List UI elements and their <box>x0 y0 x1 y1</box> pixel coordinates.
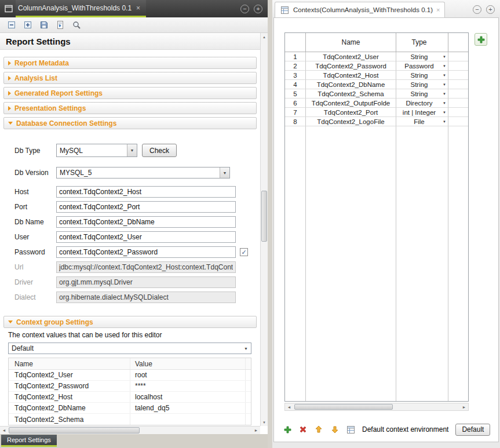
contexts-table: Name Type 1 TdqContext2_User String▼ 2 T… <box>284 32 469 402</box>
dialect-input <box>56 292 236 303</box>
dropdown-arrow-icon[interactable]: ▼ <box>443 120 446 123</box>
context-group-description: The context values that can be used for … <box>0 328 260 343</box>
section-generated-report-settings[interactable]: Generated Report Settings <box>3 87 257 99</box>
dropdown-arrow-icon[interactable]: ▼ <box>443 74 446 77</box>
empty-cell <box>245 403 251 413</box>
horizontal-scrollbar[interactable]: ◄ ► <box>284 403 469 411</box>
context-row[interactable]: 1 TdqContext2_User String▼ <box>285 52 468 61</box>
minimize-button[interactable]: − <box>473 5 481 14</box>
dropdown-arrow-icon[interactable]: ▼ <box>443 83 446 86</box>
scroll-down-icon[interactable]: ▼ <box>261 418 268 426</box>
dropdown-arrow-icon[interactable]: ▼ <box>241 343 251 354</box>
port-input[interactable] <box>56 201 236 213</box>
table-row[interactable]: TdqContext2_DbName talend_dq5 <box>9 403 251 414</box>
dbname-row: Db Name <box>14 216 260 228</box>
password-checkbox[interactable]: ✓ <box>240 248 248 256</box>
context-type-select[interactable]: String▼ <box>396 52 448 61</box>
host-input[interactable] <box>56 186 236 198</box>
db-type-select[interactable]: MySQL ▼ <box>56 144 137 157</box>
context-value-cell: localhost <box>130 392 245 402</box>
maximize-button[interactable]: + <box>486 5 495 14</box>
dropdown-arrow-icon[interactable]: ▼ <box>443 111 446 114</box>
dbname-input[interactable] <box>56 216 236 228</box>
panel-sash[interactable] <box>268 0 272 448</box>
move-down-icon[interactable] <box>330 425 340 435</box>
table-row[interactable]: TdqContext2_Password **** <box>9 381 251 392</box>
add-context-button[interactable] <box>475 33 487 46</box>
context-type-select[interactable]: String▼ <box>396 80 448 89</box>
section-presentation-settings[interactable]: Presentation Settings <box>3 102 257 114</box>
context-type-select[interactable]: String▼ <box>396 71 448 80</box>
dropdown-arrow-icon[interactable]: ▼ <box>443 64 446 68</box>
maximize-button[interactable]: + <box>254 5 262 13</box>
context-row[interactable]: 8 TdqContext2_LogoFile File▼ <box>285 117 468 126</box>
context-type-select[interactable]: int | Integer▼ <box>396 108 448 117</box>
empty-cell <box>448 61 468 71</box>
collapse-all-icon[interactable] <box>6 20 16 30</box>
empty-cell <box>448 99 468 108</box>
tab-report-editor[interactable]: ColumnAnalysis_WithThresholds 0.1 × <box>16 0 146 17</box>
context-type-select[interactable]: String▼ <box>396 89 448 99</box>
host-label: Host <box>14 188 56 196</box>
dropdown-arrow-icon[interactable]: ▼ <box>127 144 137 156</box>
vertical-scrollbar[interactable]: ▲ ▼ <box>260 33 268 426</box>
scroll-left-icon[interactable]: ◄ <box>0 427 8 434</box>
tab-report-settings[interactable]: Report Settings <box>1 435 57 447</box>
context-row[interactable]: 6 TdqContext2_OutputFolde Directory▼ <box>285 99 468 108</box>
scroll-up-icon[interactable]: ▲ <box>261 33 268 41</box>
add-context-icon[interactable] <box>283 425 292 435</box>
row-number: 1 <box>285 52 306 61</box>
section-context-group-settings[interactable]: Context group Settings <box>3 316 257 328</box>
run-report-icon[interactable] <box>55 20 65 30</box>
table-row[interactable]: TdqContext2_Host localhost <box>9 392 251 403</box>
user-input[interactable] <box>56 231 236 243</box>
section-database-connection-settings[interactable]: Database Connection Settings <box>3 117 257 129</box>
editor-tabbar: ColumnAnalysis_WithThresholds 0.1 × − + <box>0 0 268 17</box>
delete-context-icon[interactable] <box>299 425 307 435</box>
move-up-icon[interactable] <box>314 425 323 435</box>
default-environment-button[interactable]: Default <box>455 424 490 436</box>
check-button[interactable]: Check <box>142 144 177 157</box>
contexts-tabbar: Contexts(ColumnAnalysis_WithThresholds 0… <box>272 0 500 17</box>
dropdown-arrow-icon[interactable]: ▼ <box>443 55 446 59</box>
tab-contexts[interactable]: Contexts(ColumnAnalysis_WithThresholds 0… <box>275 2 445 17</box>
dropdown-arrow-icon[interactable]: ▼ <box>443 92 446 96</box>
contexts-footer: Default context environment Default <box>283 422 498 436</box>
db-version-select[interactable]: MYSQL_5 ▼ <box>56 167 230 179</box>
scroll-right-icon[interactable]: ► <box>460 403 468 410</box>
section-report-metadata[interactable]: Report Metadata <box>3 57 257 69</box>
scroll-right-icon[interactable]: ► <box>252 427 260 434</box>
save-icon[interactable] <box>39 20 49 30</box>
scrollbar-thumb[interactable] <box>9 427 140 434</box>
password-input[interactable] <box>56 246 236 258</box>
dropdown-arrow-icon[interactable]: ▼ <box>220 167 229 178</box>
minimize-button[interactable]: − <box>240 5 249 13</box>
scroll-left-icon[interactable]: ◄ <box>285 403 293 410</box>
context-row[interactable]: 3 TdqContext2_Host String▼ <box>285 71 468 80</box>
context-type-select[interactable]: Directory▼ <box>396 99 448 108</box>
context-group-select[interactable]: Default ▼ <box>8 343 251 354</box>
empty-cell <box>448 117 468 126</box>
table-row[interactable]: TdqContext2_User root <box>9 370 251 381</box>
scrollbar-thumb[interactable] <box>294 404 393 410</box>
table-row[interactable]: TdqContext2_Schema <box>9 414 251 425</box>
context-type-select[interactable]: Password▼ <box>396 61 448 71</box>
section-analysis-list[interactable]: Analysis List <box>3 72 257 84</box>
context-row[interactable]: 5 TdqContext2_Schema String▼ <box>285 89 468 99</box>
context-row[interactable]: 4 TdqContext2_DbName String▼ <box>285 80 468 89</box>
context-row[interactable]: 2 TdqContext2_Password Password▼ <box>285 61 468 71</box>
horizontal-scrollbar[interactable]: ◄ ► <box>0 426 260 434</box>
report-settings-body: Report Metadata Analysis List Generated … <box>0 50 260 426</box>
expand-all-icon[interactable] <box>23 20 32 30</box>
close-icon[interactable]: × <box>436 7 440 13</box>
zoom-icon[interactable] <box>71 20 81 30</box>
context-type-select[interactable]: File▼ <box>396 117 448 126</box>
context-name-cell: TdqContext2_Password <box>9 381 130 391</box>
section-label: Report Metadata <box>14 59 69 67</box>
type-value: Password <box>404 63 434 70</box>
context-environment-icon[interactable] <box>346 425 355 435</box>
scrollbar-thumb[interactable] <box>261 191 267 242</box>
context-row[interactable]: 7 TdqContext2_Port int | Integer▼ <box>285 108 468 117</box>
close-icon[interactable]: × <box>136 5 140 12</box>
dropdown-arrow-icon[interactable]: ▼ <box>443 101 446 105</box>
